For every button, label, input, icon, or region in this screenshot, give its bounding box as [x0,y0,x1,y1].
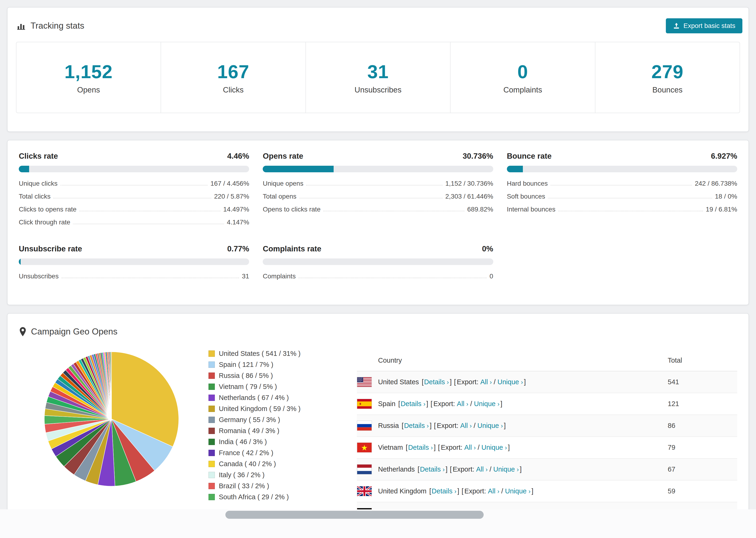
stat-row-label: Soft bounces [507,193,545,200]
details-link[interactable]: Details › [420,465,445,473]
opens-rate-value: 30.736% [462,152,493,161]
bounces-count: 279 [595,61,739,82]
export-unique-link[interactable]: Unique › [474,400,500,408]
geo-table-row: Spain[Details ›][Export:All ›/Unique ›]1… [357,393,737,415]
flag-us-icon [357,377,372,387]
legend-label: South Africa ( 29 / 2% ) [219,493,289,501]
export-unique-link[interactable]: Unique › [482,444,507,452]
stat-row: Clicks to opens rate14.497% [19,206,249,213]
stat-row-label: Opens to clicks rate [263,206,320,213]
dotted-leader [299,198,443,198]
chevron-right-icon: › [517,466,519,473]
complaints-rate-progress [263,258,493,265]
export-all-link[interactable]: All › [488,487,499,495]
stat-box-complaints: 0 Complaints [450,42,595,113]
details-link[interactable]: Details › [424,378,449,386]
flag-vn-icon [357,443,372,453]
legend-swatch [208,494,215,500]
stat-row: Opens to clicks rate689.82% [263,206,493,213]
country-total: 541 [668,378,737,386]
legend-swatch [208,428,215,434]
legend-label: Netherlands ( 67 / 4% ) [219,394,289,402]
export-all-link[interactable]: All › [460,422,472,430]
country-total: 86 [668,422,737,430]
legend-item: United Kingdom ( 59 / 3% ) [208,405,300,413]
export-unique-link[interactable]: Unique › [493,465,519,473]
export-unique-link[interactable]: Unique › [477,422,503,430]
campaign-geo-opens-title: Campaign Geo Opens [19,327,737,337]
complaints-label: Complaints [451,85,595,94]
complaints-rate-block: Complaints rate 0% Complaints0 [263,244,493,280]
export-basic-stats-button[interactable]: Export basic stats [666,18,742,33]
export-label: Export: [433,400,455,408]
stat-row-value: 0 [490,273,493,280]
details-link[interactable]: Details › [401,400,425,408]
stat-row-value: 1,152 / 30.736% [445,180,493,187]
details-link[interactable]: Details › [408,444,433,452]
export-button-label: Export basic stats [683,22,735,29]
country-cell: Netherlands[Details ›][Export:All ›/Uniq… [378,465,668,473]
country-cell: United States[Details ›][Export:All ›/Un… [378,378,668,386]
legend-item: France ( 42 / 2% ) [208,449,300,457]
geo-pie-legend: United States ( 541 / 31% )Spain ( 121 /… [208,350,300,504]
clicks-count: 167 [161,61,305,82]
tracking-stats-title-text: Tracking stats [30,21,84,31]
legend-label: Italy ( 36 / 2% ) [219,471,265,479]
dotted-leader [53,198,211,198]
dotted-leader [306,185,443,186]
dotted-leader [62,278,239,278]
stat-row-label: Unique opens [263,180,303,187]
clicks-label: Clicks [161,85,305,94]
total-column-header: Total [668,356,737,364]
details-link[interactable]: Details › [404,422,429,430]
export-unique-link[interactable]: Unique › [505,487,531,495]
legend-label: Germany ( 55 / 3% ) [219,416,280,424]
chevron-right-icon: › [490,379,492,386]
export-all-link[interactable]: All › [464,444,476,452]
export-label: Export: [441,444,462,452]
stat-row: Unique opens1,152 / 30.736% [263,180,493,187]
legend-label: Canada ( 40 / 2% ) [219,460,276,468]
details-link[interactable]: Details › [432,487,457,495]
dotted-leader [60,185,207,186]
legend-label: Spain ( 121 / 7% ) [219,361,273,368]
bottom-scrollbar-track [0,510,756,538]
opens-rate-block: Opens rate 30.736% Unique opens1,152 / 3… [263,152,493,226]
export-unique-link[interactable]: Unique › [498,378,523,386]
country-column-header: Country [357,356,668,364]
clicks-rate-progress [19,166,249,172]
export-all-link[interactable]: All › [476,465,488,473]
geo-pie-chart [42,350,181,488]
export-all-link[interactable]: All › [457,400,468,408]
legend-label: France ( 42 / 2% ) [219,449,273,457]
unsubscribes-label: Unsubscribes [306,85,450,94]
stat-row-label: Internal bounces [507,206,556,213]
stat-row: Total clicks220 / 5.87% [19,193,249,200]
legend-swatch [208,472,215,478]
bar-chart-icon [17,21,26,30]
stat-row-value: 167 / 4.456% [210,180,249,187]
clicks-rate-block: Clicks rate 4.46% Unique clicks167 / 4.4… [19,152,249,226]
stat-row: Soft bounces18 / 0% [507,193,737,200]
chevron-right-icon: › [498,401,500,407]
stat-row-label: Hard bounces [507,180,548,187]
chevron-right-icon: › [486,466,488,473]
export-all-link[interactable]: All › [480,378,492,386]
stat-row: Total opens2,303 / 61.446% [263,193,493,200]
unsubscribe-rate-progress [19,258,249,265]
geo-table: Country Total United States[Details ›][E… [357,350,737,524]
legend-item: Netherlands ( 67 / 4% ) [208,394,300,402]
flag-gb-icon [357,486,372,496]
country-total: 79 [668,444,737,452]
legend-label: United States ( 541 / 31% ) [219,350,300,357]
stat-row-value: 2,303 / 61.446% [445,193,493,200]
stat-row: Click through rate4.147% [19,219,249,226]
dotted-leader [323,211,464,211]
legend-swatch [208,461,215,467]
horizontal-scrollbar-thumb[interactable] [225,511,484,519]
unsubscribes-count: 31 [306,61,450,82]
legend-swatch [208,372,215,379]
dotted-leader [80,211,220,211]
legend-label: Brazil ( 33 / 2% ) [219,482,269,490]
legend-swatch [208,361,215,368]
